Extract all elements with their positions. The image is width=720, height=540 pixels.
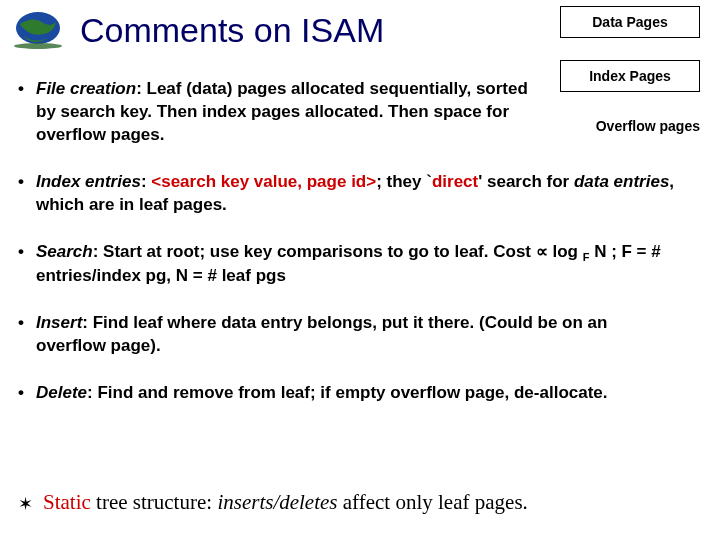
- diagram-data-pages: Data Pages: [560, 6, 700, 38]
- term-index-entries: Index entries: [36, 172, 141, 191]
- diagram-gap-1: [560, 38, 700, 60]
- proportional-symbol: ∝: [536, 242, 548, 261]
- asterisk-icon: ✶: [18, 494, 33, 514]
- bullet-insert: Insert: Find leaf where data entry belon…: [18, 312, 656, 358]
- bullet-search: Search: Start at root; use key compariso…: [18, 241, 676, 288]
- svg-point-1: [14, 43, 62, 49]
- bullet-index-entries: Index entries: <search key value, page i…: [18, 171, 700, 217]
- diagram-gap-2: [560, 92, 700, 114]
- term-search: Search: [36, 242, 93, 261]
- term-insert: Insert: [36, 313, 82, 332]
- isam-diagram: Data Pages Index Pages Overflow pages: [560, 6, 700, 134]
- globe-icon: [10, 10, 66, 50]
- term-file-creation: File creation: [36, 79, 136, 98]
- footer-note: ✶Static tree structure: inserts/deletes …: [18, 490, 528, 515]
- direct-word: direct: [432, 172, 478, 191]
- title-row: Comments on ISAM: [10, 10, 384, 50]
- diagram-overflow-label: Overflow pages: [560, 118, 700, 134]
- slide-title: Comments on ISAM: [80, 11, 384, 50]
- diagram-index-pages: Index Pages: [560, 60, 700, 92]
- term-data-entries: data entries: [574, 172, 669, 191]
- static-word: Static: [43, 490, 91, 514]
- bullet-file-creation: File creation: Leaf (data) pages allocat…: [18, 78, 536, 147]
- bullet-list: File creation: Leaf (data) pages allocat…: [18, 78, 558, 429]
- bullet-delete: Delete: Find and remove from leaf; if em…: [18, 382, 636, 405]
- index-entry-format: <search key value, page id>: [151, 172, 376, 191]
- term-delete: Delete: [36, 383, 87, 402]
- inserts-deletes: inserts/deletes: [217, 490, 337, 514]
